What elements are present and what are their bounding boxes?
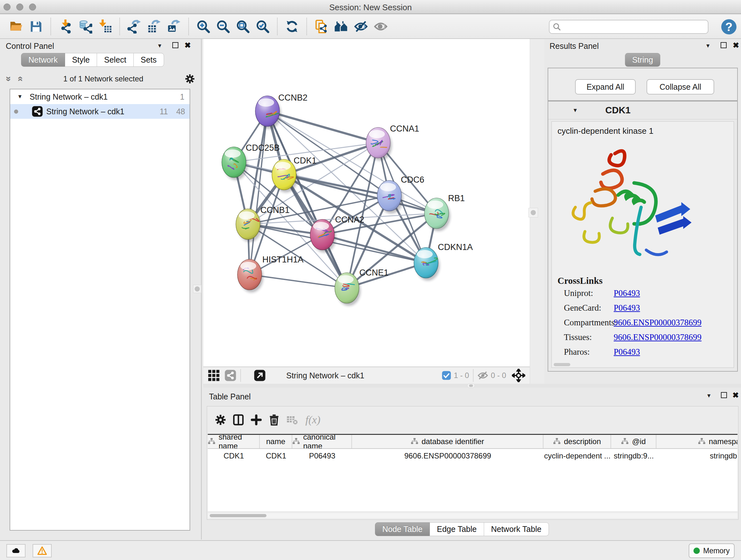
bottom-splitter-handle[interactable] — [467, 383, 475, 388]
search-input[interactable] — [563, 22, 708, 31]
zoom-fit-button[interactable] — [233, 17, 253, 36]
tab-edge-table[interactable]: Edge Table — [430, 522, 484, 536]
node-HIST1H1A[interactable]: HIST1H1A — [238, 255, 304, 293]
save-session-button[interactable] — [26, 17, 46, 36]
edge-HIST1H1A-CCNE1[interactable] — [250, 274, 347, 288]
tab-style[interactable]: Style — [65, 53, 97, 67]
collection-collapse-icon[interactable]: ▼ — [17, 94, 23, 100]
node-CDKN1A[interactable]: CDKN1A — [414, 242, 473, 281]
network-row-selected[interactable]: String Network – cdk1 11 48 — [10, 104, 190, 119]
network-collection-row[interactable]: ▼ String Network – cdk1 1 — [10, 89, 190, 104]
import-table-file-button[interactable] — [95, 17, 115, 36]
column-header-name[interactable]: name — [260, 435, 292, 448]
results-panel-title: Results Panel — [549, 42, 599, 51]
node-CDK1[interactable]: CDK1 — [272, 156, 317, 192]
zoom-selected-button[interactable] — [253, 17, 273, 36]
delete-column-trash-icon[interactable] — [265, 411, 283, 429]
hide-selected-button[interactable] — [351, 17, 371, 36]
float-panel-icon[interactable] — [721, 42, 727, 48]
tab-node-table[interactable]: Node Table — [375, 522, 430, 536]
table-horizontal-scrollbar[interactable] — [208, 513, 738, 518]
network-canvas[interactable]: CCNB2 CCNA1 CDC25B CDK1 CDC6 RB1 CCNB1 — [203, 39, 530, 367]
control-panel-title: Control Panel — [6, 42, 54, 51]
crosslink-link[interactable]: P06493 — [614, 347, 640, 362]
left-splitter-handle[interactable] — [193, 285, 201, 293]
close-panel-icon[interactable]: ✖ — [733, 41, 739, 50]
export-table-button[interactable] — [144, 17, 164, 36]
table-row[interactable]: CDK1CDK1P064939606.ENSP00000378699cyclin… — [208, 449, 738, 463]
export-network-button[interactable] — [125, 17, 144, 36]
crosslink-link[interactable]: P06493 — [614, 288, 640, 303]
crosslink-link[interactable]: 9606.ENSP00000378699 — [614, 318, 701, 332]
column-header-description[interactable]: description — [543, 435, 611, 448]
table-cell[interactable]: stringdb:9... — [611, 449, 657, 463]
table-cell[interactable]: CDK1 — [208, 449, 260, 463]
collapse-all-button[interactable]: Collapse All — [647, 79, 714, 95]
clone-network-button[interactable] — [312, 17, 331, 36]
node-CCNB2[interactable]: CCNB2 — [255, 93, 308, 129]
float-panel-icon[interactable] — [172, 42, 179, 48]
birdseye-view-icon[interactable] — [512, 369, 525, 382]
node-CCNA1[interactable]: CCNA1 — [366, 124, 419, 161]
crosslink-link[interactable]: 9606.ENSP00000378699 — [614, 332, 701, 347]
tab-select[interactable]: Select — [97, 53, 133, 67]
string-home-button[interactable] — [331, 17, 351, 36]
node-RB1[interactable]: RB1 — [424, 193, 465, 231]
import-network-database-button[interactable] — [75, 17, 95, 36]
open-session-button[interactable] — [6, 17, 26, 36]
search-field[interactable] — [549, 20, 709, 34]
table-cell[interactable]: 9606.ENSP00000378699 — [352, 449, 543, 463]
show-columns-icon[interactable] — [229, 411, 247, 429]
help-button[interactable]: ? — [721, 18, 737, 35]
panel-menu-icon[interactable]: ▼ — [706, 393, 712, 399]
cloud-status-button[interactable] — [6, 544, 25, 557]
export-image-button[interactable] — [164, 17, 184, 36]
tab-sets[interactable]: Sets — [134, 53, 164, 67]
table-settings-gear-icon[interactable] — [212, 411, 229, 429]
float-panel-icon[interactable] — [721, 392, 727, 398]
column-header-sharedname[interactable]: shared name — [208, 435, 260, 448]
add-column-icon[interactable] — [247, 411, 265, 429]
results-scrollbar-thumb[interactable] — [554, 363, 570, 366]
table-cell[interactable]: P06493 — [292, 449, 352, 463]
memory-button[interactable]: Memory — [689, 543, 735, 558]
zoom-in-button[interactable] — [193, 17, 213, 36]
refresh-layout-button[interactable] — [282, 17, 302, 36]
panel-menu-icon[interactable]: ▼ — [157, 43, 162, 49]
node-CCNE1[interactable]: CCNE1 — [335, 268, 389, 306]
hidden-eye-icon[interactable] — [477, 370, 488, 381]
expand-all-networks-icon[interactable]: » — [16, 76, 23, 82]
edge-CCNA2-CDKN1A[interactable] — [322, 235, 426, 263]
tab-string[interactable]: String — [625, 53, 660, 67]
node-CDC25B[interactable]: CDC25B — [222, 143, 280, 180]
column-header-databaseidentifier[interactable]: database identifier — [352, 435, 543, 448]
open-external-icon[interactable] — [254, 369, 266, 381]
tab-network[interactable]: Network — [21, 53, 65, 67]
panel-menu-icon[interactable]: ▼ — [705, 43, 711, 49]
network-options-gear-icon[interactable] — [185, 73, 195, 84]
selected-checkbox-icon[interactable] — [442, 371, 451, 380]
table-cell[interactable]: CDK1 — [260, 449, 292, 463]
import-network-file-button[interactable] — [56, 17, 75, 36]
close-panel-icon[interactable]: ✖ — [732, 391, 739, 400]
entry-collapse-icon[interactable]: ▼ — [572, 107, 578, 114]
grid-view-icon[interactable] — [208, 369, 220, 381]
warning-status-button[interactable] — [32, 544, 52, 557]
zoom-out-button[interactable] — [213, 17, 233, 36]
collapse-all-networks-icon[interactable]: » — [6, 76, 12, 82]
tab-network-table[interactable]: Network Table — [484, 522, 549, 536]
expand-all-button[interactable]: Expand All — [575, 79, 636, 95]
column-label: namespace — [709, 437, 738, 446]
share-view-icon[interactable] — [224, 369, 237, 381]
column-header-namespace[interactable]: namespace — [657, 435, 738, 448]
table-cell[interactable]: stringdb — [657, 449, 738, 463]
right-splitter-handle[interactable] — [529, 208, 538, 217]
column-header-canonicalname[interactable]: canonical name — [292, 435, 352, 448]
column-header-id[interactable]: @id — [611, 435, 657, 448]
close-panel-icon[interactable]: ✖ — [185, 41, 191, 50]
crosslink-link[interactable]: P06493 — [614, 303, 640, 318]
entry-header[interactable]: ▼ CDK1 — [548, 102, 737, 119]
scrollbar-thumb[interactable] — [210, 514, 266, 517]
network-label: String Network – cdk1 — [46, 107, 125, 116]
table-cell[interactable]: cyclin-dependent ... — [543, 449, 611, 463]
